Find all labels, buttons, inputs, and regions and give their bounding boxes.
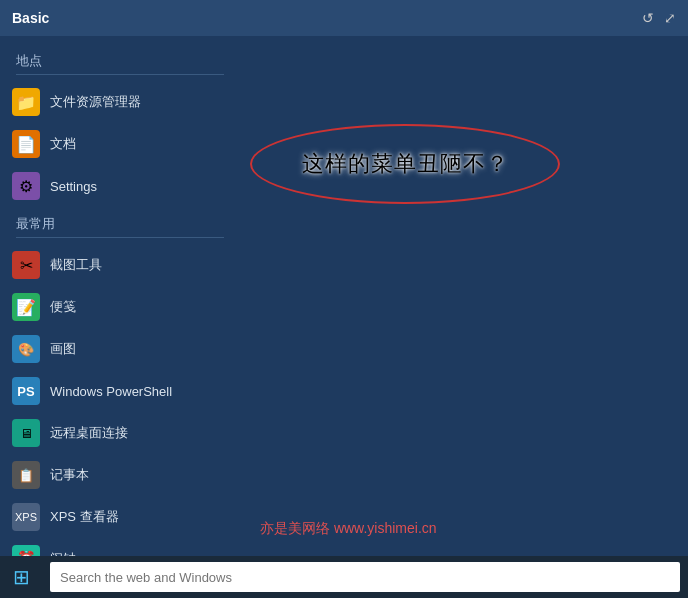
refresh-icon[interactable]: ↺ xyxy=(642,10,654,26)
sticky-notes-label: 便笺 xyxy=(50,298,76,316)
powershell-label: Windows PowerShell xyxy=(50,384,172,399)
app-item-sticky-notes[interactable]: 📝 便笺 xyxy=(0,286,240,328)
xps-label: XPS 查看器 xyxy=(50,508,119,526)
xps-icon: XPS xyxy=(12,503,40,531)
remote-desktop-icon: 🖥 xyxy=(12,419,40,447)
taskbar: ⊞ xyxy=(0,556,688,598)
main-content: 地点 📁 文件资源管理器 📄 文档 ⚙ Settings 最常用 ✂ 截图工具 xyxy=(0,36,688,556)
paint-icon: 🎨 xyxy=(12,335,40,363)
notepad-label: 记事本 xyxy=(50,466,89,484)
documents-icon: 📄 xyxy=(12,130,40,158)
start-menu: Basic ↺ ⤢ 地点 📁 文件资源管理器 📄 文档 ⚙ Settings xyxy=(0,0,688,598)
snipping-label: 截图工具 xyxy=(50,256,102,274)
app-item-notepad[interactable]: 📋 记事本 xyxy=(0,454,240,496)
places-label: 地点 xyxy=(0,44,240,74)
app-item-documents[interactable]: 📄 文档 xyxy=(0,123,240,165)
frequent-label: 最常用 xyxy=(0,207,240,237)
right-area: 这样的菜单丑陋不？ 亦是美网络 www.yishimei.cn xyxy=(240,36,688,556)
app-item-alarm[interactable]: ⏰ 闹钟 xyxy=(0,538,240,556)
documents-label: 文档 xyxy=(50,135,76,153)
file-explorer-icon: 📁 xyxy=(12,88,40,116)
sticky-notes-icon: 📝 xyxy=(12,293,40,321)
watermark: 亦是美网络 www.yishimei.cn xyxy=(260,520,437,538)
app-item-xps[interactable]: XPS XPS 查看器 xyxy=(0,496,240,538)
frequent-divider xyxy=(16,237,224,238)
left-panel: 地点 📁 文件资源管理器 📄 文档 ⚙ Settings 最常用 ✂ 截图工具 xyxy=(0,36,240,556)
app-item-file-explorer[interactable]: 📁 文件资源管理器 xyxy=(0,81,240,123)
top-bar-icons: ↺ ⤢ xyxy=(642,10,676,26)
app-item-snipping[interactable]: ✂ 截图工具 xyxy=(0,244,240,286)
settings-label: Settings xyxy=(50,179,97,194)
app-item-powershell[interactable]: PS Windows PowerShell xyxy=(0,370,240,412)
search-input[interactable] xyxy=(50,562,680,592)
annotation-oval: 这样的菜单丑陋不？ xyxy=(250,124,560,204)
app-item-remote-desktop[interactable]: 🖥 远程桌面连接 xyxy=(0,412,240,454)
windows-logo-icon: ⊞ xyxy=(13,565,30,589)
places-divider xyxy=(16,74,224,75)
alarm-icon: ⏰ xyxy=(12,545,40,556)
settings-icon: ⚙ xyxy=(12,172,40,200)
app-item-settings[interactable]: ⚙ Settings xyxy=(0,165,240,207)
powershell-icon: PS xyxy=(12,377,40,405)
start-button[interactable]: ⊞ xyxy=(0,556,42,598)
paint-label: 画图 xyxy=(50,340,76,358)
notepad-icon: 📋 xyxy=(12,461,40,489)
expand-icon[interactable]: ⤢ xyxy=(664,10,676,26)
annotation-text: 这样的菜单丑陋不？ xyxy=(302,149,509,179)
file-explorer-label: 文件资源管理器 xyxy=(50,93,141,111)
top-bar-title: Basic xyxy=(12,10,49,26)
snipping-icon: ✂ xyxy=(12,251,40,279)
alarm-label: 闹钟 xyxy=(50,550,76,556)
app-item-paint[interactable]: 🎨 画图 xyxy=(0,328,240,370)
top-bar: Basic ↺ ⤢ xyxy=(0,0,688,36)
remote-desktop-label: 远程桌面连接 xyxy=(50,424,128,442)
